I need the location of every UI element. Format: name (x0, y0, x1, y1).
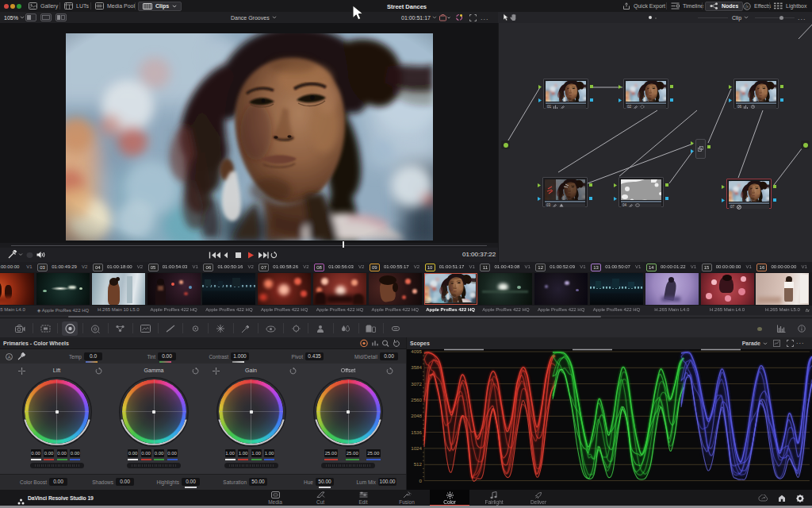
svg-text:2560: 2560 (411, 397, 422, 402)
svg-text:3072: 3072 (411, 381, 422, 387)
svg-text:1024: 1024 (411, 445, 422, 451)
svg-text:4095: 4095 (411, 348, 422, 354)
svg-text:512: 512 (414, 461, 423, 467)
svg-text:fx: fx (745, 4, 749, 9)
svg-text:0: 0 (419, 478, 423, 483)
svg-text:3584: 3584 (411, 364, 422, 370)
svg-text:2048: 2048 (411, 413, 422, 418)
svg-text:A: A (8, 354, 11, 359)
svg-text:1536: 1536 (411, 429, 422, 435)
